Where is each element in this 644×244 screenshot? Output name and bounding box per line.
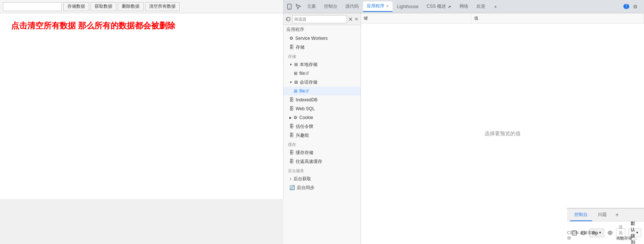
svg-point-1 xyxy=(289,8,290,8)
web-sql-label: Web SQL xyxy=(296,106,315,111)
sidebar-item-local-storage-file[interactable]: ⊞ file:// xyxy=(284,69,360,78)
get-data-button[interactable]: 获取数据 xyxy=(91,2,116,11)
sidebar-item-local-storage[interactable]: ▼ ⊞ 本地存储 xyxy=(284,60,360,69)
filter-clear-icon[interactable] xyxy=(348,15,353,23)
sidebar-item-bg-fetch[interactable]: ↕ 后台获取 xyxy=(284,174,360,183)
cache-section-header: 缓存 xyxy=(284,140,360,148)
db-icon: 🗄 xyxy=(289,45,294,50)
sidebar-item-cookie[interactable]: ▶ ⚙ Cookie xyxy=(284,113,360,122)
db-icon-3: 🗄 xyxy=(289,106,294,111)
indexeddb-label: IndexedDB xyxy=(296,97,317,102)
console-tab-label: 控制台 xyxy=(574,212,588,218)
settings-icon-btn[interactable]: ⚙ xyxy=(631,2,640,11)
sidebar-item-session-storage[interactable]: ▼ ⊞ 会话存储 xyxy=(284,78,360,87)
sidebar-item-indexeddb[interactable]: 🗄 IndexedDB xyxy=(284,95,360,104)
filter-close-icon[interactable]: ✕ xyxy=(354,15,358,23)
issues-tab[interactable]: 问题 xyxy=(594,209,611,221)
expand-right-icon: ▶ xyxy=(289,116,292,119)
tab-network[interactable]: 网络 xyxy=(456,1,472,12)
db-icon-5: 🗄 xyxy=(289,133,294,138)
local-storage-status: 本地存储 ... xyxy=(616,236,637,241)
table-icon-2: ⊞ xyxy=(294,71,298,76)
bg-fetch-label: 后台获取 xyxy=(293,176,311,182)
delete-data-button[interactable]: 删除数据 xyxy=(118,2,144,11)
tab-welcome-label: 欢迎 xyxy=(476,3,485,10)
svg-point-5 xyxy=(609,232,611,234)
cookie-label: Cookie xyxy=(299,115,313,120)
db-icon-6: 🗄 xyxy=(289,150,294,155)
sidebar-app-title: 应用程序 xyxy=(284,25,360,34)
tab-console[interactable]: 控制台 xyxy=(320,1,341,12)
trust-token-label: 信任令牌 xyxy=(296,123,313,130)
console-tab[interactable]: 控制台 xyxy=(570,209,592,221)
sidebar-item-storage[interactable]: 🗄 存储 xyxy=(284,43,360,52)
key-column-header: 键 xyxy=(361,13,471,23)
tab-sources[interactable]: 源代码 xyxy=(342,1,362,12)
bg-section-header: 后台服务 xyxy=(284,166,360,174)
sidebar-service-workers-label: Service Workers xyxy=(295,36,328,41)
sidebar-item-session-storage-file[interactable]: ⊞ file:// xyxy=(284,87,360,95)
tab-elements[interactable]: 元素 xyxy=(303,1,320,12)
bfcache-label: 往返高速缓存 xyxy=(296,158,322,165)
cache-storage-label: 缓存存储 xyxy=(296,150,313,156)
arrows-icon: ↕ xyxy=(289,176,292,181)
tab-css-overview[interactable]: CSS 概述 xyxy=(423,1,455,12)
storage-key-input[interactable] xyxy=(3,2,62,11)
sidebar-item-interest-group[interactable]: 🗄 兴趣组 xyxy=(284,131,360,140)
db-icon-7: 🗄 xyxy=(289,159,294,164)
tab-application[interactable]: 应用程序 ✕ xyxy=(363,1,393,12)
pin-icon xyxy=(447,4,451,9)
session-storage-label: 会话存储 xyxy=(300,79,317,86)
session-storage-file-label: file:// xyxy=(299,88,309,94)
sidebar-item-bg-sync[interactable]: 🔄 后台同步 xyxy=(284,183,360,192)
sidebar-item-bfcache[interactable]: 🗄 往返高速缓存 xyxy=(284,157,360,166)
sidebar-item-cache-storage[interactable]: 🗄 缓存存储 xyxy=(284,148,360,157)
devtools-panel: 元素 控制台 源代码 应用程序 ✕ Lighthouse CSS 概述 网络 欢… xyxy=(284,0,644,244)
eye-icon-btn[interactable] xyxy=(607,229,613,237)
log-level-arrow: ▼ xyxy=(636,231,639,234)
devtools-tab-bar: 元素 控制台 源代码 应用程序 ✕ Lighthouse CSS 概述 网络 欢… xyxy=(284,0,644,13)
tab-welcome[interactable]: 欢迎 xyxy=(473,1,489,12)
preview-placeholder: 选择要预览的值 xyxy=(485,130,521,137)
tab-application-close[interactable]: ✕ xyxy=(386,4,389,8)
value-column-header: 值 xyxy=(471,13,644,23)
tab-lighthouse[interactable]: Lighthouse xyxy=(393,1,422,12)
sidebar-storage-label: 存储 xyxy=(296,44,305,50)
local-storage-label: 本地存储 xyxy=(300,62,317,68)
sidebar-filter-input[interactable] xyxy=(292,15,347,23)
content-header: 键 值 xyxy=(361,13,644,24)
device-icon-btn[interactable] xyxy=(285,2,294,11)
sidebar-item-web-sql[interactable]: 🗄 Web SQL xyxy=(284,104,360,113)
sidebar-item-service-workers[interactable]: ⚙ Service Workers xyxy=(284,34,360,43)
left-panel: 存储数据 获取数据 删除数据 清空所有数据 点击清空所有数据 那么所有的数据都会… xyxy=(0,0,284,199)
add-tab-icon: + xyxy=(494,4,497,10)
storage-section-header: 存储 xyxy=(284,52,360,60)
gear-icon: ⚙ xyxy=(289,36,293,41)
table-icon-3: ⊞ xyxy=(294,80,298,85)
table-icon: ⊞ xyxy=(294,62,298,67)
table-icon-4: ⊞ xyxy=(294,88,298,94)
inspect-icon-btn[interactable] xyxy=(294,2,303,11)
tab-application-label: 应用程序 xyxy=(367,3,384,9)
toolbar: 存储数据 获取数据 删除数据 清空所有数据 xyxy=(0,0,283,13)
sidebar-item-trust-token[interactable]: 🗄 信任令牌 xyxy=(284,122,360,131)
save-data-button[interactable]: 存储数据 xyxy=(63,2,89,11)
interest-group-label: 兴趣组 xyxy=(296,132,309,139)
tab-elements-label: 元素 xyxy=(307,3,316,10)
expand-icon-2: ▼ xyxy=(289,81,292,84)
clear-all-button[interactable]: 清空所有数据 xyxy=(145,2,180,11)
add-console-tab-button[interactable]: + xyxy=(613,210,622,219)
db-icon-4: 🗄 xyxy=(289,124,294,129)
tab-icon-group xyxy=(285,2,303,11)
gear-icon-2: ⚙ xyxy=(293,115,298,120)
refresh-icon-btn[interactable] xyxy=(286,15,291,24)
sidebar-top-bar: ✕ xyxy=(284,13,360,25)
warning-text: 点击清空所有数据 那么所有的数据都会被删除 xyxy=(11,20,175,31)
tab-console-label: 控制台 xyxy=(324,3,337,10)
add-tab-button[interactable]: + xyxy=(491,2,500,11)
csdn-watermark: CSDN @极客李华 xyxy=(567,230,600,241)
tab-lighthouse-label: Lighthouse xyxy=(397,4,419,9)
sync-icon: 🔄 xyxy=(289,185,295,190)
issues-tab-label: 问题 xyxy=(598,212,607,218)
db-icon-2: 🗄 xyxy=(289,97,294,102)
